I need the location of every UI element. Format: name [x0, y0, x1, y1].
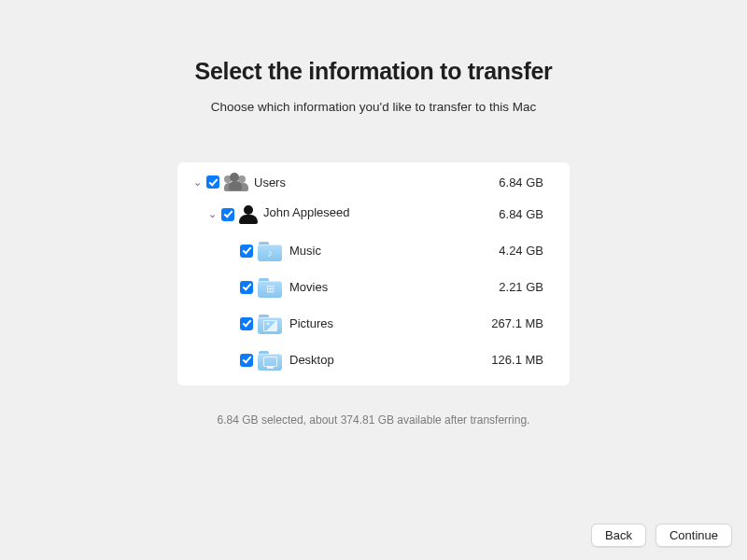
- checkbox-users[interactable]: [206, 175, 219, 189]
- folder-movies-icon: ⊞: [258, 277, 282, 298]
- tree-row-music[interactable]: ♪ Music 4.24 GB: [183, 232, 564, 269]
- tree-size: 126.1 MB: [491, 353, 543, 367]
- footer-buttons: Back Continue: [591, 524, 732, 547]
- tree-label: Movies: [289, 280, 499, 294]
- tree-label: Users: [254, 175, 499, 189]
- page-title: Select the information to transfer: [0, 58, 747, 85]
- migration-assistant-window: Select the information to transfer Choos…: [0, 0, 747, 560]
- tree-size: 6.84 GB: [499, 207, 543, 221]
- chevron-down-icon[interactable]: ⌄: [205, 208, 218, 220]
- folder-music-icon: ♪: [258, 241, 282, 261]
- chevron-down-icon[interactable]: ⌄: [190, 176, 204, 189]
- checkbox-pictures[interactable]: [240, 317, 253, 330]
- tree-label: Pictures: [289, 316, 491, 330]
- tree-row-desktop[interactable]: Desktop 126.1 MB: [183, 342, 564, 378]
- page-subtitle: Choose which information you'd like to t…: [0, 100, 747, 114]
- users-icon: [224, 173, 248, 191]
- checkbox-desktop[interactable]: [240, 354, 253, 367]
- tree-size: 267.1 MB: [491, 316, 543, 330]
- tree-size: 6.84 GB: [499, 175, 543, 189]
- back-button[interactable]: Back: [591, 524, 646, 547]
- continue-button[interactable]: Continue: [655, 524, 732, 547]
- folder-desktop-icon: [258, 350, 282, 371]
- selection-summary: 6.84 GB selected, about 374.81 GB availa…: [0, 413, 747, 427]
- transfer-tree-panel: ⌄ Users 6.84 GB ⌄ John Appleseed 6.84 GB…: [177, 162, 570, 385]
- user-icon: [239, 205, 258, 224]
- tree-size: 4.24 GB: [499, 244, 543, 258]
- tree-label: Desktop: [289, 353, 491, 367]
- folder-pictures-icon: [258, 314, 282, 334]
- tree-row-pictures[interactable]: Pictures 267.1 MB: [183, 305, 564, 342]
- tree-row-users[interactable]: ⌄ Users 6.84 GB: [183, 168, 564, 196]
- tree-row-movies[interactable]: ⊞ Movies 2.21 GB: [183, 269, 564, 305]
- tree-label: John Appleseed: [263, 205, 499, 219]
- checkbox-music[interactable]: [240, 245, 253, 258]
- checkbox-user[interactable]: [221, 208, 234, 221]
- checkbox-movies[interactable]: [240, 281, 253, 294]
- tree-label: Music: [289, 244, 499, 258]
- tree-size: 2.21 GB: [499, 280, 543, 294]
- tree-row-user[interactable]: ⌄ John Appleseed 6.84 GB: [183, 196, 564, 232]
